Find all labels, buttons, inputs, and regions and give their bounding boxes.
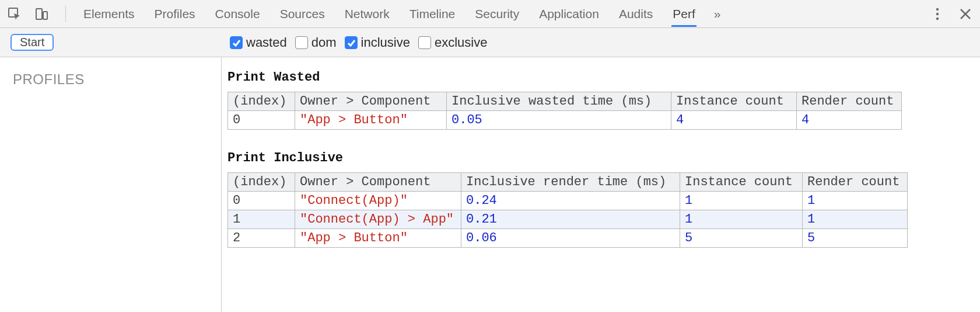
table-cell: 0.05 [447, 111, 671, 130]
panel-body: PROFILES Print Wasted (index)Owner > Com… [0, 57, 980, 312]
start-button[interactable]: Start [10, 34, 54, 51]
svg-point-3 [936, 8, 939, 10]
table-header: Owner > Component [295, 92, 447, 111]
filter-dom[interactable]: dom [295, 35, 337, 50]
sidebar-title: PROFILES [13, 71, 208, 88]
table-cell: 0.21 [461, 210, 680, 229]
checkbox-icon[interactable] [230, 36, 243, 49]
filter-bar: Start wasteddominclusiveexclusive [0, 28, 980, 57]
tab-application[interactable]: Application [538, 1, 600, 27]
filter-inclusive[interactable]: inclusive [345, 35, 410, 50]
table-cell: 1 [803, 192, 908, 210]
checkbox-icon[interactable] [418, 36, 431, 49]
svg-point-4 [936, 12, 939, 15]
table-header: Inclusive render time (ms) [461, 173, 680, 192]
overflow-tabs-icon[interactable]: » [713, 1, 722, 27]
tab-console[interactable]: Console [214, 1, 261, 27]
table-cell: 1 [680, 210, 803, 229]
tab-profiles[interactable]: Profiles [153, 1, 197, 27]
device-toolbar-icon[interactable] [34, 6, 49, 22]
filter-label: inclusive [361, 35, 410, 50]
tabstrip-left-icons [7, 6, 49, 22]
table-row: 1"Connect(App) > App"0.2111 [228, 210, 908, 229]
table-cell: "Connect(App) > App" [295, 210, 461, 229]
close-icon[interactable] [958, 6, 973, 22]
table-cell: 5 [680, 229, 803, 248]
filter-wasted[interactable]: wasted [230, 35, 287, 50]
table-cell: 0.24 [461, 192, 680, 210]
svg-point-5 [936, 17, 939, 19]
tabs: ElementsProfilesConsoleSourcesNetworkTim… [82, 1, 696, 27]
table-cell: 1 [680, 192, 803, 210]
tab-strip: ElementsProfilesConsoleSourcesNetworkTim… [0, 0, 980, 28]
inclusive-table: (index)Owner > ComponentInclusive render… [228, 172, 908, 248]
table-row: 2"App > Button"0.0655 [228, 229, 908, 248]
tab-sources[interactable]: Sources [279, 1, 326, 27]
inclusive-section: Print Inclusive (index)Owner > Component… [228, 151, 974, 248]
table-header: Instance count [671, 92, 797, 111]
svg-rect-1 [36, 9, 42, 19]
tab-perf[interactable]: Perf [671, 1, 696, 27]
tab-timeline[interactable]: Timeline [408, 1, 457, 27]
table-cell: 0.06 [461, 229, 680, 248]
filter-label: exclusive [435, 35, 487, 50]
filter-checkboxes: wasteddominclusiveexclusive [222, 35, 487, 50]
table-cell: 0 [228, 192, 295, 210]
separator [65, 6, 66, 22]
tab-network[interactable]: Network [344, 1, 391, 27]
table-cell: "Connect(App)" [295, 192, 461, 210]
table-cell: 4 [671, 111, 797, 130]
table-cell: 1 [803, 210, 908, 229]
table-cell: 2 [228, 229, 295, 248]
table-cell: 4 [797, 111, 902, 130]
table-header: (index) [228, 173, 295, 192]
kebab-menu-icon[interactable] [930, 6, 945, 22]
inspect-element-icon[interactable] [7, 6, 22, 22]
table-header: Instance count [680, 173, 803, 192]
sidebar: PROFILES [0, 57, 222, 312]
devtools-root: ElementsProfilesConsoleSourcesNetworkTim… [0, 0, 980, 312]
filter-label: wasted [246, 35, 287, 50]
checkbox-icon[interactable] [345, 36, 358, 49]
filter-exclusive[interactable]: exclusive [418, 35, 487, 50]
filter-label: dom [312, 35, 337, 50]
table-cell: "App > Button" [295, 111, 447, 130]
table-row: 0"Connect(App)"0.2411 [228, 192, 908, 210]
wasted-table: (index)Owner > ComponentInclusive wasted… [228, 92, 902, 130]
table-header: Render count [803, 173, 908, 192]
table-cell: 0 [228, 111, 295, 130]
table-cell: 5 [803, 229, 908, 248]
table-cell: 1 [228, 210, 295, 229]
tab-security[interactable]: Security [474, 1, 520, 27]
wasted-title: Print Wasted [228, 70, 974, 85]
tabstrip-right-icons [930, 6, 973, 22]
table-header: Render count [797, 92, 902, 111]
table-row: 0"App > Button"0.0544 [228, 111, 902, 130]
tab-elements[interactable]: Elements [82, 1, 136, 27]
table-cell: "App > Button" [295, 229, 461, 248]
tab-audits[interactable]: Audits [618, 1, 654, 27]
content-pane: Print Wasted (index)Owner > ComponentInc… [222, 57, 980, 312]
table-header: Inclusive wasted time (ms) [447, 92, 671, 111]
svg-rect-2 [43, 12, 47, 19]
inclusive-title: Print Inclusive [228, 151, 974, 165]
wasted-section: Print Wasted (index)Owner > ComponentInc… [228, 70, 974, 130]
table-header: Owner > Component [295, 173, 461, 192]
checkbox-icon[interactable] [295, 36, 308, 49]
table-header: (index) [228, 92, 295, 111]
